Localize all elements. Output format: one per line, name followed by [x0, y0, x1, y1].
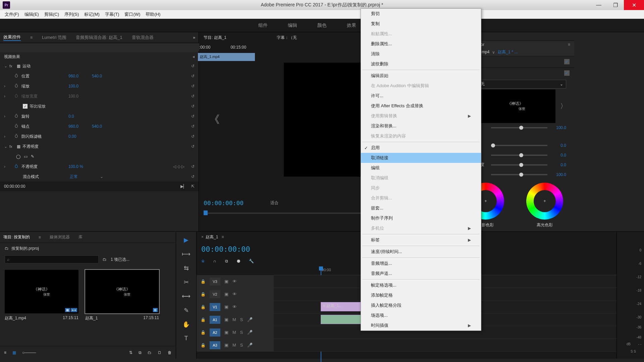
position-y[interactable]: 540.0	[92, 74, 115, 78]
selection-tool[interactable]: ▶	[184, 236, 189, 244]
ctx-启用[interactable]: 启用	[361, 143, 481, 153]
slip-tool[interactable]: ⟷	[182, 293, 191, 300]
mute-icon[interactable]: M	[232, 330, 236, 335]
tab-effect-controls[interactable]: 效果控件	[3, 34, 21, 41]
antiflicker-val[interactable]: 0.00	[68, 134, 92, 139]
ctx-添加帧定格[interactable]: 添加帧定格	[361, 290, 481, 300]
saturation-slider[interactable]	[491, 174, 547, 175]
hand-tool[interactable]: ✋	[182, 321, 190, 328]
ctx-许可...[interactable]: 许可...	[361, 91, 481, 101]
export-icon[interactable]: ⇱	[191, 184, 195, 189]
ripple-tool[interactable]: ⇆	[184, 264, 189, 272]
fit-dropdown[interactable]: 适合	[270, 200, 278, 206]
section-checkbox[interactable]: ✓	[564, 59, 570, 64]
track-label[interactable]: A3	[210, 341, 220, 349]
search-input[interactable]: ⌕	[5, 255, 99, 263]
intensity-slider[interactable]	[491, 127, 547, 128]
fade-slider[interactable]	[491, 145, 547, 146]
rect-mask-icon[interactable]: ▭	[24, 154, 28, 159]
ctx-清除[interactable]: 清除	[361, 49, 481, 59]
reset-icon[interactable]: ↺	[191, 84, 195, 88]
saturation-val[interactable]: 100.0	[551, 172, 566, 177]
ctx-渲染和替换...[interactable]: 渲染和替换...	[361, 121, 481, 131]
stopwatch-icon[interactable]: Ŏ	[15, 124, 21, 129]
pen-mask-icon[interactable]: ✎	[31, 154, 34, 159]
expand-icon[interactable]: ⌄	[4, 144, 9, 149]
panel-menu-icon[interactable]: ≡	[568, 42, 570, 47]
toggle-output-icon[interactable]: ▣	[224, 279, 228, 284]
uniform-scale-checkbox[interactable]: ✓	[23, 104, 28, 109]
track-label[interactable]: V2	[210, 290, 220, 298]
toggle-output-icon[interactable]: ▣	[224, 317, 228, 322]
mic-icon[interactable]: 🎤	[247, 343, 253, 348]
ctx-场选项...[interactable]: 场选项...	[361, 310, 481, 320]
solo-icon[interactable]: S	[240, 330, 243, 335]
ec-timecode[interactable]: 00:00:00:00	[4, 184, 25, 189]
rotation-val[interactable]: 0.0	[68, 114, 92, 119]
ws-editing[interactable]: 编辑	[288, 22, 297, 28]
lock-icon[interactable]: 🔒	[201, 317, 206, 322]
snap-icon[interactable]: ※	[201, 259, 205, 263]
toggle-output-icon[interactable]: ▣	[224, 304, 228, 309]
look-select[interactable]: 无⌄	[478, 80, 566, 88]
tab-media-browser[interactable]: 媒体浏览器	[50, 234, 70, 240]
fx-badge[interactable]: fx	[9, 64, 17, 68]
ctx-删除属性...[interactable]: 删除属性...	[361, 39, 481, 49]
playhead[interactable]	[204, 210, 208, 215]
find-icon[interactable]: ⧉	[139, 350, 142, 355]
reset-icon[interactable]: ↺	[191, 114, 195, 119]
ws-color[interactable]: 颜色	[317, 22, 327, 28]
vibrance-val[interactable]: 0.0	[551, 163, 566, 167]
project-item[interactable]: 《神话》 张世 ⊞ 赵高_1 17:15:11	[85, 270, 159, 341]
track-label[interactable]: A1	[210, 316, 220, 324]
lock-icon[interactable]: 🔒	[201, 330, 206, 335]
play-icon[interactable]: ▶▏	[180, 184, 186, 189]
lock-icon[interactable]: 🔒	[201, 305, 206, 309]
tab-lumetri-scopes[interactable]: Lumetri 范围	[42, 35, 66, 41]
reset-icon[interactable]: ↺	[191, 174, 195, 179]
menu-title[interactable]: 字幕(T)	[102, 11, 122, 17]
anchor-x[interactable]: 960.0	[68, 124, 92, 129]
tab-libraries[interactable]: 库	[78, 234, 83, 240]
bin-icon[interactable]: 🗀	[5, 246, 9, 251]
scale-val[interactable]: 100.0	[68, 84, 92, 88]
mic-icon[interactable]: 🎤	[247, 330, 253, 335]
close-button[interactable]: ✕	[624, 0, 644, 10]
new-item-icon[interactable]: 🗋	[158, 350, 162, 355]
reset-icon[interactable]: ↺	[191, 164, 195, 169]
menu-clip[interactable]: 剪辑(C)	[42, 11, 62, 17]
video-frame[interactable]	[284, 63, 371, 177]
menu-edit[interactable]: 编辑(E)	[22, 11, 42, 17]
fx-badge[interactable]: fx	[9, 144, 17, 148]
sequence-tab[interactable]: 赵高_1	[206, 234, 218, 240]
eye-icon[interactable]: 👁	[232, 279, 237, 284]
solo-buttons[interactable]: S S	[631, 350, 636, 353]
overflow-icon[interactable]: »	[193, 35, 195, 40]
vibrance-slider[interactable]	[491, 164, 547, 166]
magnet-icon[interactable]: ∩	[213, 259, 216, 263]
ctx-制作子序列[interactable]: 制作子序列	[361, 213, 481, 223]
track-select-tool[interactable]: ⟼	[182, 250, 191, 258]
settings-icon[interactable]: 🔧	[249, 259, 254, 263]
pen-tool[interactable]: ✎	[184, 307, 189, 314]
sharpen-slider[interactable]	[491, 155, 547, 156]
ctx-剪切[interactable]: 剪切	[361, 9, 481, 19]
sharpen-val[interactable]: 0.0	[551, 153, 566, 158]
lock-icon[interactable]: 🔒	[201, 279, 206, 284]
intensity-val[interactable]: 100.0	[551, 125, 566, 130]
lock-icon[interactable]: 🔒	[201, 292, 206, 297]
trash-icon[interactable]: 🗑	[168, 350, 172, 355]
linked-selection-icon[interactable]: ⧉	[225, 259, 228, 263]
ctx-使用 After Effects 合成替换[interactable]: 使用 After Effects 合成替换	[361, 101, 481, 111]
reset-icon[interactable]: ↺	[191, 104, 195, 109]
ctx-编组[interactable]: 编组	[361, 163, 481, 173]
track-label[interactable]: A2	[210, 328, 220, 337]
panel-menu-icon[interactable]: ≡	[30, 35, 33, 40]
expand-icon[interactable]: ›	[4, 84, 9, 88]
ctx-帧定格选项...[interactable]: 帧定格选项...	[361, 280, 481, 290]
stopwatch-icon[interactable]: Ŏ	[15, 114, 21, 119]
type-tool[interactable]: T	[184, 335, 188, 342]
project-item[interactable]: 《神话》 张世 ▦⟷ 赵高_1.mp4 17:15:11	[5, 270, 78, 341]
position-x[interactable]: 960.0	[68, 74, 92, 78]
expand-icon[interactable]: ⌄	[4, 64, 9, 68]
